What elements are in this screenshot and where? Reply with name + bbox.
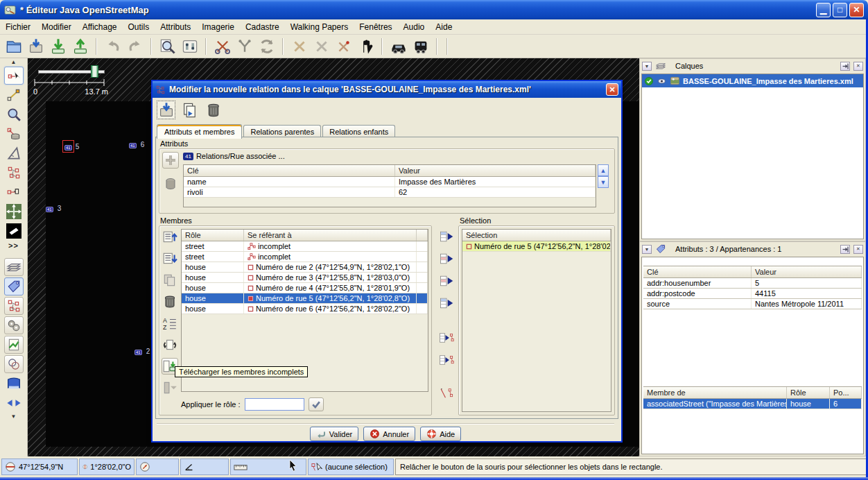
help-button[interactable]: Aide (420, 427, 461, 441)
menu-attributs[interactable]: Attributs (155, 20, 196, 34)
tag-row[interactable]: name Impasse des Martières (184, 177, 596, 187)
add-selection-before-button[interactable] (438, 250, 455, 267)
layer-visibility-eye-icon[interactable] (657, 77, 667, 85)
tag-row[interactable]: addr:housenumber 5 (643, 278, 862, 289)
apply-updates-icon[interactable] (157, 101, 175, 119)
add-selection-at-end-button[interactable] (438, 295, 455, 311)
tags-panel-button[interactable] (4, 277, 24, 295)
map-marker-selected[interactable]: 41 5 (62, 140, 79, 153)
refresh-data-icon[interactable] (257, 37, 276, 55)
edit-member-button[interactable] (162, 272, 178, 289)
window-shade-icon[interactable]: ▼ (642, 245, 652, 254)
cadastre-grab-icon[interactable] (213, 37, 232, 55)
car-routing-icon[interactable] (389, 37, 408, 55)
scroll-up-icon[interactable]: ▲ (598, 164, 609, 176)
preferences-icon[interactable] (180, 37, 199, 55)
menu-cadastre[interactable]: Cadastre (240, 20, 285, 34)
layers-panel-button[interactable] (4, 258, 24, 276)
zoom-slider-handle[interactable] (91, 65, 98, 78)
remove-member-button[interactable] (162, 293, 178, 310)
save-icon[interactable] (26, 37, 45, 55)
menu-aide[interactable]: Aide (430, 20, 458, 34)
column-header-selection[interactable]: Sélection (462, 230, 611, 241)
dictionary-button[interactable] (4, 375, 24, 393)
add-selection-after-button[interactable] (438, 273, 455, 289)
layer-row[interactable]: BASSE-GOULAINE_Impasse des Martieres.xml (642, 74, 863, 87)
zoom-tool[interactable] (4, 105, 24, 123)
menu-imagerie[interactable]: Imagerie (196, 20, 240, 34)
menu-modifier[interactable]: Modifier (36, 20, 77, 34)
menu-outils[interactable]: Outils (123, 20, 155, 34)
duplicate-relation-icon[interactable] (180, 101, 199, 119)
open-file-icon[interactable] (4, 37, 23, 55)
redo-icon[interactable] (125, 37, 144, 55)
relations-panel-button[interactable] (4, 297, 24, 315)
tab-attributs-et-membres[interactable]: Attributs et membres (157, 124, 242, 139)
menu-walking-papers[interactable]: Walking Papers (285, 20, 354, 34)
column-header-key[interactable]: Clé (184, 165, 395, 176)
tag-row[interactable]: source Nantes Métropole 11/2011 (643, 299, 862, 309)
reverse-members-button[interactable] (162, 336, 178, 353)
download-data-icon[interactable] (49, 37, 67, 55)
delete-tag-button[interactable] (162, 175, 179, 192)
column-header-value[interactable]: Valeur (395, 165, 596, 176)
window-shade-icon[interactable]: ▼ (642, 62, 652, 71)
column-header-role[interactable]: Rôle (182, 230, 244, 241)
minimize-button[interactable]: ▁ (816, 3, 831, 17)
pin-panel-icon[interactable] (840, 62, 850, 71)
select-members-button[interactable] (438, 329, 455, 346)
sidebar-scroll-up-icon[interactable]: ▲ (11, 59, 17, 65)
tag-row[interactable]: rivoli 62 (184, 187, 596, 198)
column-header-ref[interactable]: Se réfèrant à (244, 230, 417, 241)
close-button[interactable]: ✕ (849, 3, 864, 17)
download-selected-members-button[interactable] (162, 379, 178, 396)
map-marker[interactable]: 41 2 (132, 344, 150, 358)
zoom-slider[interactable] (38, 65, 105, 78)
menu-audio[interactable]: Audio (398, 20, 431, 34)
changeset-panel-button[interactable] (4, 336, 24, 354)
dialog-close-button[interactable]: ✕ (606, 83, 618, 96)
combine-way-icon[interactable] (312, 37, 331, 55)
menu-fichier[interactable]: Fichier (0, 20, 36, 34)
upload-data-icon[interactable] (71, 37, 89, 55)
close-panel-icon[interactable]: ✕ (853, 245, 863, 254)
scroll-down-icon[interactable]: ▼ (598, 176, 609, 188)
column-header-key[interactable]: Clé (643, 266, 752, 277)
select-way-tool[interactable] (4, 183, 24, 201)
select-members-from-selection-button[interactable] (438, 352, 455, 368)
membership-row-selected[interactable]: associatedStreet ("Impasse des Martières… (643, 399, 862, 409)
map-marker[interactable]: 41 6 (126, 137, 144, 151)
pan-hand-icon[interactable] (356, 37, 375, 55)
add-selection-at-start-button[interactable] (438, 228, 455, 245)
member-row[interactable]: house Numéro de rue 6 (47°12'56,2"N, 1°2… (182, 304, 428, 314)
sort-members-button[interactable] (162, 315, 178, 332)
delete-tool[interactable] (4, 125, 24, 143)
unglue-node-icon[interactable] (334, 37, 353, 55)
member-row[interactable]: house Numéro de rue 4 (47°12'55,8"N, 1°2… (182, 283, 428, 293)
draw-way-tool[interactable] (4, 86, 24, 104)
cancel-button[interactable]: Annuler (363, 427, 415, 441)
add-tag-button[interactable] (162, 152, 179, 169)
close-panel-icon[interactable]: ✕ (853, 62, 863, 71)
maximize-button[interactable]: □ (833, 3, 847, 17)
sidebar-scroll-down-icon[interactable]: ▼ (11, 413, 17, 420)
pin-panel-icon[interactable] (840, 245, 850, 254)
ok-button[interactable]: Valider (310, 427, 358, 441)
apply-role-confirm-button[interactable] (309, 397, 324, 411)
move-member-up-button[interactable] (162, 229, 178, 246)
column-header-role[interactable]: Rôle (787, 387, 830, 398)
commands-panel-button[interactable] (4, 316, 24, 334)
undo-icon[interactable] (103, 37, 122, 55)
attributes-scrollbar[interactable]: ▲ ▼ (598, 164, 609, 188)
selection-panel-button[interactable] (4, 355, 24, 373)
bus-routing-icon[interactable] (411, 37, 430, 55)
improve-way-tool[interactable] (4, 164, 24, 182)
menu-fenetres[interactable]: Fenêtres (354, 20, 397, 34)
merge-ways-icon[interactable] (235, 37, 254, 55)
member-row[interactable]: street incomplet (182, 241, 428, 252)
more-tools-icon[interactable]: >> (8, 241, 19, 250)
split-way-icon[interactable] (290, 37, 309, 55)
building-tool[interactable] (4, 222, 24, 240)
column-header-member-of[interactable]: Membre de (643, 387, 787, 398)
member-row-selected[interactable]: house Numéro de rue 5 (47°12'56,2"N, 1°2… (182, 293, 428, 304)
